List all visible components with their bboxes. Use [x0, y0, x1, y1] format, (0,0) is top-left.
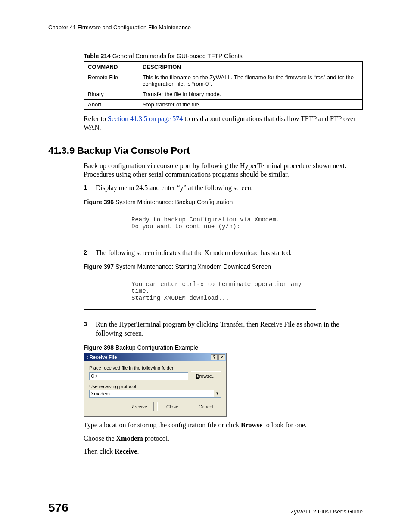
close-rest: lose [170, 404, 178, 409]
dialog-titlebar[interactable]: : Receive File ? × [84, 353, 226, 361]
receive-button[interactable]: Receive [124, 402, 154, 411]
figure-label: Figure 396 [84, 199, 114, 205]
cell-description: Transfer the file in binary mode. [139, 89, 363, 100]
receive-rest: eceive [134, 404, 147, 409]
step-bold-receive-file: Receive File [260, 320, 295, 328]
protocol-select[interactable]: Xmodem ▾ [89, 390, 221, 398]
step-1: 1 Display menu 24.5 and enter “y” at the… [84, 184, 363, 193]
figure-397-caption: Figure 397 System Maintenance: Starting … [84, 263, 363, 270]
section-intro: Back up configuration via console port b… [84, 162, 363, 179]
protocol-underline: U [89, 384, 93, 389]
paragraph-reference: Refer to Section 41.3.5 on page 574 to r… [84, 115, 363, 132]
step-number: 2 [84, 249, 87, 256]
table-214: COMMAND DESCRIPTION Remote File This is … [84, 61, 363, 110]
browse-rest: rowse... [199, 373, 216, 379]
chevron-down-icon[interactable]: ▾ [214, 390, 221, 397]
figure-text: System Maintenance: Backup Configuration [114, 199, 233, 205]
step-3: 3 Run the HyperTerminal program by click… [84, 320, 363, 338]
t2-pre: Choose the [84, 435, 116, 442]
step-text-mid: , then [243, 320, 260, 328]
page-footer: 576 ZyWALL 2 Plus User’s Guide [48, 498, 363, 515]
table-214-caption: Table 214 General Commands for GUI-based… [84, 53, 363, 59]
step-text: The following screen indicates that the … [96, 249, 292, 256]
step-bold-transfer: Transfer [220, 320, 243, 328]
guide-title: ZyWALL 2 Plus User’s Guide [290, 508, 363, 515]
protocol-label: Use receiving protocol: [89, 384, 221, 389]
figure-text: Backup Configuration Example [114, 344, 198, 351]
t1-pre: Type a location for storing the configur… [84, 421, 241, 429]
receive-underline: R [130, 404, 134, 409]
figure-396-code: Ready to backup Configuration via Xmodem… [84, 208, 316, 238]
t2-post: protocol. [143, 435, 169, 442]
folder-input[interactable] [89, 372, 188, 380]
table-header-row: COMMAND DESCRIPTION [84, 62, 362, 72]
step-number: 1 [84, 184, 87, 191]
close-icon[interactable]: × [218, 354, 225, 360]
t3-bold: Receive [115, 448, 137, 455]
cell-command: Remote File [84, 72, 139, 89]
page-number: 576 [48, 501, 68, 515]
close-underline: C [166, 404, 170, 409]
step-number: 3 [84, 320, 87, 328]
section-heading-4139: 41.3.9 Backup Via Console Port [48, 145, 363, 156]
t3-pre: Then click [84, 448, 115, 455]
figure-397-code: You can enter ctrl-x to terminate operat… [84, 273, 316, 310]
figure-label: Figure 397 [84, 263, 114, 270]
tail-paragraph-2: Choose the Xmodem protocol. [84, 434, 363, 443]
close-button[interactable]: Close [157, 402, 187, 411]
browse-button[interactable]: Browse... [191, 371, 221, 380]
cell-description: Stop transfer of the file. [139, 100, 363, 110]
step-text-pre: Run the HyperTerminal program by clickin… [96, 320, 220, 328]
cell-command: Binary [84, 89, 139, 100]
t1-bold: Browse [241, 421, 262, 429]
table-caption-text: General Commands for GUI-based TFTP Clie… [111, 53, 243, 59]
table-row: Remote File This is the filename on the … [84, 72, 362, 89]
figure-label: Figure 398 [84, 344, 114, 351]
figure-398-caption: Figure 398 Backup Configuration Example [84, 344, 363, 351]
dialog-title: : Receive File [87, 355, 117, 360]
t1-post: to look for one. [262, 421, 307, 429]
table-row: Binary Transfer the file in binary mode. [84, 89, 362, 100]
figure-text: System Maintenance: Starting Xmodem Down… [114, 263, 271, 270]
protocol-rest: se receiving protocol: [93, 384, 137, 389]
protocol-value: Xmodem [91, 391, 110, 396]
step-text: Display menu 24.5 and enter “y” at the f… [96, 184, 253, 191]
folder-label: Place received file in the following fol… [89, 365, 221, 370]
t3-post: . [137, 448, 139, 455]
table-caption-label: Table 214 [84, 53, 111, 59]
th-command: COMMAND [84, 62, 139, 72]
running-header: Chapter 41 Firmware and Configuration Fi… [48, 24, 363, 34]
table-row: Abort Stop transfer of the file. [84, 100, 362, 110]
tail-paragraph-1: Type a location for storing the configur… [84, 421, 363, 429]
t2-bold: Xmodem [116, 435, 143, 442]
figure-396-caption: Figure 396 System Maintenance: Backup Co… [84, 199, 363, 205]
cancel-button[interactable]: Cancel [191, 402, 221, 411]
ref-pre: Refer to [84, 115, 108, 122]
th-description: DESCRIPTION [139, 62, 363, 72]
tail-paragraph-3: Then click Receive. [84, 447, 363, 456]
step-2: 2 The following screen indicates that th… [84, 249, 363, 258]
help-icon[interactable]: ? [211, 354, 218, 360]
cross-ref-link[interactable]: Section 41.3.5 on page 574 [108, 115, 183, 122]
cell-command: Abort [84, 100, 139, 110]
cell-description: This is the filename on the ZyWALL. The … [139, 72, 363, 89]
receive-file-dialog: : Receive File ? × Place received file i… [84, 353, 227, 417]
